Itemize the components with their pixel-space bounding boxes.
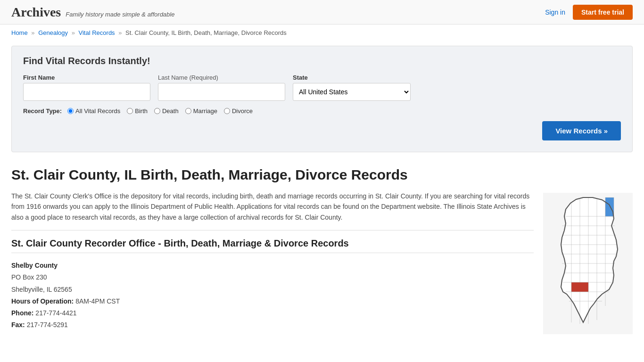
search-btn-row: View Records » bbox=[23, 121, 621, 140]
main-content: St. Clair County, IL Birth, Death, Marri… bbox=[0, 162, 644, 340]
phone-value: 217-774-4421 bbox=[35, 309, 76, 317]
section-title: St. Clair County Recorder Office - Birth… bbox=[11, 238, 534, 253]
hours-value: 8AM-4PM CST bbox=[75, 297, 120, 305]
view-records-button[interactable]: View Records » bbox=[542, 121, 621, 140]
fax-value: 217-774-5291 bbox=[27, 321, 68, 329]
section-divider bbox=[11, 230, 534, 230]
last-name-input[interactable] bbox=[158, 83, 285, 101]
logo-area: Archives Family history made simple & af… bbox=[11, 5, 174, 20]
logo-tagline: Family history made simple & affordable bbox=[66, 11, 174, 18]
start-trial-button[interactable]: Start free trial bbox=[573, 5, 633, 20]
phone-label: Phone: bbox=[11, 309, 33, 317]
breadcrumb-home[interactable]: Home bbox=[11, 29, 28, 36]
breadcrumb-current: St. Clair County, IL Birth, Death, Marri… bbox=[125, 29, 287, 36]
state-select[interactable]: All United States bbox=[293, 83, 411, 101]
record-type-row: Record Type: All Vital Records Birth Dea… bbox=[23, 107, 621, 115]
breadcrumb: Home » Genealogy » Vital Records » St. C… bbox=[0, 25, 644, 41]
content-text: The St. Clair County Clerk's Office is t… bbox=[11, 191, 534, 331]
search-box: Find Vital Records Instantly! First Name… bbox=[11, 46, 633, 152]
state-group: State All United States bbox=[293, 74, 411, 101]
first-name-group: First Name bbox=[23, 74, 150, 101]
city-state-zip: Shelbyville, IL 62565 bbox=[11, 284, 534, 296]
last-name-group: Last Name (Required) bbox=[158, 74, 285, 101]
breadcrumb-vital-records[interactable]: Vital Records bbox=[79, 29, 115, 36]
svg-rect-16 bbox=[571, 282, 588, 292]
first-name-input[interactable] bbox=[23, 83, 150, 101]
fax-row: Fax: 217-774-5291 bbox=[11, 319, 534, 331]
phone-row: Phone: 217-774-4421 bbox=[11, 307, 534, 319]
breadcrumb-genealogy[interactable]: Genealogy bbox=[38, 29, 68, 36]
illinois-map bbox=[543, 193, 633, 334]
first-name-label: First Name bbox=[23, 74, 150, 81]
svg-rect-17 bbox=[605, 197, 614, 216]
header-actions: Sign in Start free trial bbox=[545, 5, 633, 20]
radio-group: All Vital Records Birth Death Marriage D… bbox=[67, 107, 253, 115]
po-box: PO Box 230 bbox=[11, 272, 534, 283]
logo-text: Archives bbox=[11, 5, 61, 20]
last-name-label: Last Name (Required) bbox=[158, 74, 285, 81]
content-with-map: The St. Clair County Clerk's Office is t… bbox=[11, 191, 633, 336]
radio-death[interactable]: Death bbox=[154, 107, 179, 115]
office-name: Shelby County bbox=[11, 260, 534, 272]
map-container bbox=[543, 193, 633, 336]
record-type-label: Record Type: bbox=[23, 107, 62, 115]
site-header: Archives Family history made simple & af… bbox=[0, 0, 644, 25]
search-title: Find Vital Records Instantly! bbox=[23, 56, 621, 66]
hours-label: Hours of Operation: bbox=[11, 297, 74, 305]
sign-in-link[interactable]: Sign in bbox=[545, 8, 565, 16]
fax-label: Fax: bbox=[11, 321, 25, 329]
radio-divorce[interactable]: Divorce bbox=[224, 107, 253, 115]
radio-all-vital[interactable]: All Vital Records bbox=[67, 107, 120, 115]
hours-row: Hours of Operation: 8AM-4PM CST bbox=[11, 296, 534, 307]
page-title: St. Clair County, IL Birth, Death, Marri… bbox=[11, 166, 633, 183]
state-label: State bbox=[293, 74, 411, 81]
page-description: The St. Clair County Clerk's Office is t… bbox=[11, 191, 534, 222]
office-info: Shelby County PO Box 230 Shelbyville, IL… bbox=[11, 260, 534, 331]
search-fields: First Name Last Name (Required) State Al… bbox=[23, 74, 621, 101]
radio-birth[interactable]: Birth bbox=[127, 107, 148, 115]
radio-marriage[interactable]: Marriage bbox=[185, 107, 217, 115]
